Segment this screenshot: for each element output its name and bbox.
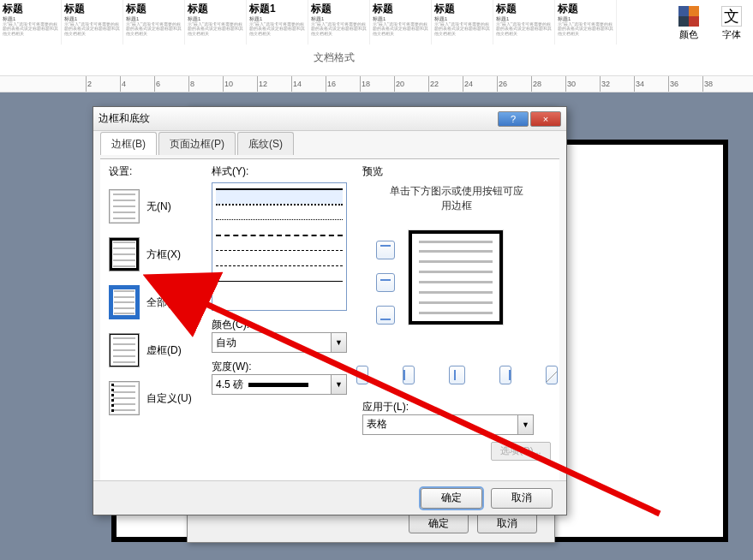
- style-gallery-item[interactable]: 标题标题1示"嵌入"选项卡可将需要的标题的表格式设定标题标题和其他文档相关: [185, 0, 247, 45]
- back-cancel-button[interactable]: 取消: [477, 513, 537, 533]
- preview-box[interactable]: [409, 230, 503, 325]
- edge-diag-down-button[interactable]: [356, 366, 368, 384]
- dropdown-caret-icon: ▼: [517, 415, 533, 434]
- options-button: 选项(O)...: [491, 442, 551, 461]
- ruler-tick: 18: [360, 76, 370, 92]
- fonts-button[interactable]: 文 字体: [710, 0, 753, 47]
- style-gallery-item[interactable]: 标题标题1示"嵌入"选项卡可将需要的标题的表格式设定标题标题和其他文档相关: [370, 0, 432, 45]
- color-value: 自动: [216, 336, 236, 350]
- ruler-tick: 6: [154, 76, 160, 92]
- edge-middle-h-button[interactable]: [376, 273, 395, 292]
- tab-border[interactable]: 边框(B): [100, 132, 157, 155]
- svg-line-0: [357, 372, 368, 382]
- setting-grid[interactable]: 虚框(D): [109, 330, 203, 371]
- setting-grid-label: 虚框(D): [146, 343, 182, 358]
- ruler-tick: 16: [326, 76, 336, 92]
- horizontal-ruler[interactable]: 2468101214161820222426283032343638: [0, 75, 753, 92]
- edge-bottom-button[interactable]: [376, 306, 395, 325]
- style-gallery-item[interactable]: 标题标题1示"嵌入"选项卡可将需要的标题的表格式设定标题标题和其他文档相关: [432, 0, 493, 45]
- preview-diagram: [371, 222, 542, 350]
- style-option-fine-dot[interactable]: [216, 219, 343, 235]
- tab-page-border[interactable]: 页面边框(P): [158, 132, 236, 155]
- ribbon-group-caption: 文档格式: [0, 47, 668, 69]
- width-value: 4.5 磅: [216, 378, 243, 392]
- style-option-thin[interactable]: [216, 281, 343, 296]
- style-gallery[interactable]: 标题标题1示"嵌入"选项卡可将需要的标题的表格式设定标题标题和其他文档相关标题标…: [0, 0, 668, 47]
- colors-label: 颜色: [679, 28, 698, 41]
- dialog-title: 边框和底纹: [99, 111, 150, 126]
- setting-all[interactable]: 全部(A): [109, 282, 203, 323]
- ruler-tick: 38: [702, 76, 713, 92]
- setting-all-icon: [109, 285, 140, 319]
- style-listbox[interactable]: [212, 182, 347, 311]
- color-swatch-icon: [678, 6, 699, 27]
- style-option-solid[interactable]: [216, 188, 343, 204]
- ruler-tick: 4: [120, 76, 126, 92]
- style-option-small-dash[interactable]: [216, 250, 343, 265]
- apply-to-label: 应用于(L):: [362, 400, 551, 414]
- colors-button[interactable]: 颜色: [667, 0, 710, 47]
- preview-hint: 单击下方图示或使用按钮可应用边框: [388, 184, 525, 213]
- setting-all-label: 全部(A): [146, 295, 181, 310]
- dialog-titlebar[interactable]: 边框和底纹 ? ×: [93, 107, 566, 131]
- cancel-button[interactable]: 取消: [491, 488, 553, 509]
- ruler-tick: 34: [634, 76, 644, 92]
- style-gallery-item[interactable]: 标题标题1示"嵌入"选项卡可将需要的标题的表格式设定标题标题和其他文档相关: [0, 0, 62, 45]
- ruler-tick: 20: [394, 76, 404, 92]
- font-icon: 文: [721, 6, 742, 27]
- apply-to-value: 表格: [367, 417, 387, 432]
- ruler-tick: 14: [291, 76, 302, 92]
- style-option-dashdot[interactable]: [216, 265, 343, 281]
- ruler-tick: 26: [497, 76, 507, 92]
- setting-column: 设置: 无(N) 方框(X) 全部(A) 虚框(D) 自定义(U): [109, 164, 203, 426]
- style-gallery-item[interactable]: 标题标题1示"嵌入"选项卡可将需要的标题的表格式设定标题标题和其他文档相关: [62, 0, 123, 45]
- setting-none-icon: [109, 189, 140, 223]
- style-option-dotted[interactable]: [216, 204, 343, 219]
- edge-right-button[interactable]: [499, 366, 511, 384]
- ok-button[interactable]: 确定: [421, 488, 482, 509]
- ruler-tick: 24: [463, 76, 473, 92]
- ruler-tick: 22: [428, 76, 439, 92]
- setting-none-label: 无(N): [146, 200, 171, 214]
- borders-shading-dialog: 边框和底纹 ? × 边框(B) 页面边框(P) 底纹(S) 设置: 无(N) 方…: [93, 106, 567, 515]
- edge-diag-up-button[interactable]: [546, 366, 558, 384]
- edge-middle-v-button[interactable]: [449, 366, 465, 384]
- ruler-tick: 28: [531, 76, 541, 92]
- setting-custom[interactable]: 自定义(U): [109, 378, 203, 419]
- ruler-tick: 32: [600, 76, 610, 92]
- dialog-tabs: 边框(B) 页面边框(P) 底纹(S): [93, 131, 566, 155]
- fonts-label: 字体: [722, 28, 741, 41]
- style-option-dashed[interactable]: [216, 235, 343, 250]
- dropdown-caret-icon: ▼: [331, 333, 346, 352]
- help-button[interactable]: ?: [498, 111, 529, 127]
- width-sample-icon: [248, 383, 308, 387]
- apply-to-dropdown[interactable]: 表格 ▼: [362, 414, 534, 435]
- dropdown-caret-icon: ▼: [331, 375, 346, 394]
- tab-shading[interactable]: 底纹(S): [237, 132, 294, 155]
- width-dropdown[interactable]: 4.5 磅 ▼: [212, 374, 347, 395]
- style-gallery-item[interactable]: 标题标题1示"嵌入"选项卡可将需要的标题的表格式设定标题标题和其他文档相关: [493, 0, 555, 45]
- edge-left-button[interactable]: [403, 366, 415, 384]
- close-button[interactable]: ×: [530, 111, 561, 127]
- style-gallery-item[interactable]: 标题标题1示"嵌入"选项卡可将需要的标题的表格式设定标题标题和其他文档相关: [123, 0, 185, 45]
- style-gallery-item[interactable]: 标题标题1示"嵌入"选项卡可将需要的标题的表格式设定标题标题和其他文档相关: [555, 0, 617, 45]
- ribbon-design-group: 颜色 文 字体: [667, 0, 753, 47]
- preview-label: 预览: [362, 164, 551, 179]
- ruler-tick: 30: [565, 76, 576, 92]
- setting-custom-label: 自定义(U): [146, 391, 192, 406]
- ruler-tick: 8: [188, 76, 194, 92]
- setting-custom-icon: [109, 381, 140, 415]
- setting-box[interactable]: 方框(X): [109, 234, 203, 275]
- back-ok-button[interactable]: 确定: [409, 513, 469, 533]
- width-label: 宽度(W):: [212, 360, 353, 374]
- color-dropdown[interactable]: 自动 ▼: [212, 332, 347, 353]
- setting-none[interactable]: 无(N): [109, 186, 203, 227]
- edge-top-button[interactable]: [376, 241, 395, 259]
- ruler-tick: 2: [86, 76, 92, 92]
- style-gallery-item[interactable]: 标题标题1示"嵌入"选项卡可将需要的标题的表格式设定标题标题和其他文档相关: [308, 0, 370, 45]
- preview-column: 预览 单击下方图示或使用按钮可应用边框 应用于(L):: [362, 164, 551, 461]
- setting-box-label: 方框(X): [146, 247, 181, 262]
- style-gallery-item[interactable]: 标题1标题1示"嵌入"选项卡可将需要的标题的表格式设定标题标题和其他文档相关: [247, 0, 308, 45]
- setting-grid-icon: [109, 333, 140, 367]
- dialog-body: 设置: 无(N) 方框(X) 全部(A) 虚框(D) 自定义(U): [100, 158, 559, 480]
